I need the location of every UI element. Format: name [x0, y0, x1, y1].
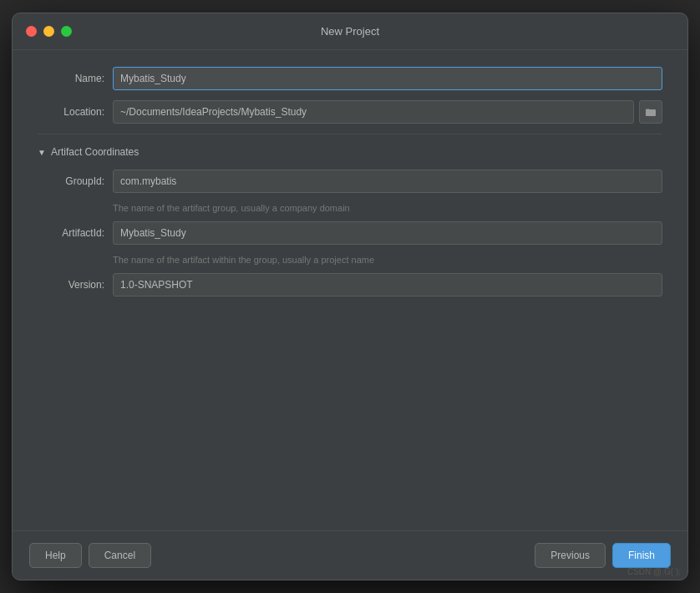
folder-icon	[645, 106, 657, 118]
browse-button[interactable]	[639, 100, 662, 124]
artifactid-input[interactable]	[113, 221, 662, 245]
help-button[interactable]: Help	[29, 543, 82, 568]
location-input[interactable]	[113, 100, 634, 124]
artifact-section-header: ▼ Artifact Coordinates	[38, 146, 662, 158]
artifact-fields: GroupId: The name of the artifact group,…	[38, 170, 662, 296]
name-row: Name:	[38, 67, 662, 90]
name-input[interactable]	[113, 67, 662, 90]
groupid-label: GroupId:	[38, 175, 113, 187]
title-bar: New Project	[13, 13, 687, 50]
new-project-dialog: New Project Name: Location: ▼	[12, 13, 688, 580]
watermark: CSDN @.G( );	[627, 567, 681, 576]
groupid-hint: The name of the artifact group, usually …	[113, 203, 662, 213]
cancel-button[interactable]: Cancel	[89, 543, 151, 568]
footer-right: Previous Finish	[535, 543, 671, 568]
maximize-button[interactable]	[61, 26, 72, 37]
groupid-row: GroupId:	[38, 170, 662, 193]
location-row: Location:	[38, 100, 662, 124]
version-label: Version:	[38, 279, 113, 291]
close-button[interactable]	[26, 26, 37, 37]
dialog-footer: Help Cancel Previous Finish	[13, 530, 687, 580]
name-label: Name:	[38, 73, 113, 84]
footer-left: Help Cancel	[29, 543, 151, 568]
finish-button[interactable]: Finish	[612, 543, 671, 568]
separator	[38, 134, 662, 134]
dialog-content: Name: Location: ▼ Artifact Coordinates	[13, 50, 687, 530]
artifactid-hint: The name of the artifact within the grou…	[113, 255, 662, 265]
groupid-input[interactable]	[113, 170, 662, 193]
artifactid-label: ArtifactId:	[38, 227, 113, 239]
artifact-section-title: Artifact Coordinates	[51, 146, 139, 158]
location-field-wrapper	[113, 100, 662, 124]
minimize-button[interactable]	[43, 26, 54, 37]
artifactid-row: ArtifactId:	[38, 221, 662, 245]
version-row: Version:	[38, 273, 662, 296]
location-label: Location:	[38, 106, 113, 118]
window-controls	[26, 26, 72, 37]
version-input[interactable]	[113, 273, 662, 296]
dialog-title: New Project	[321, 25, 379, 38]
previous-button[interactable]: Previous	[535, 543, 606, 568]
collapse-arrow[interactable]: ▼	[38, 148, 46, 157]
